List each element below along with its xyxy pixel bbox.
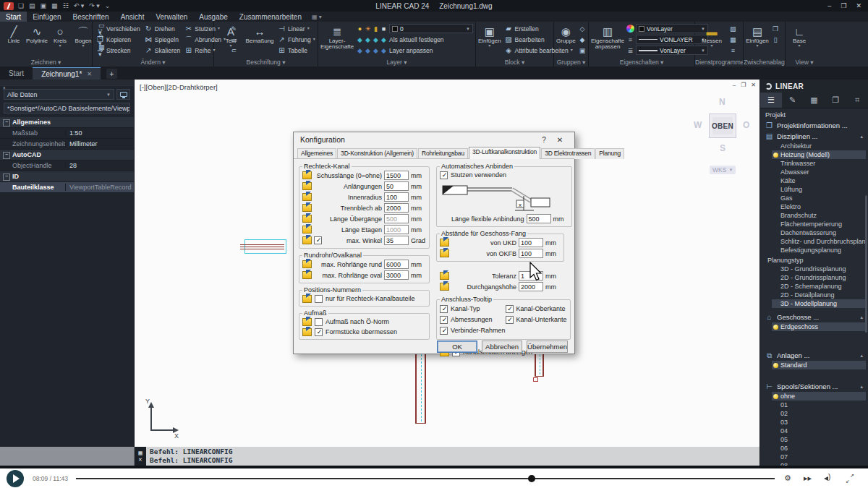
- ribbon-tab[interactable]: Zusammenarbeiten: [234, 12, 307, 22]
- viewcube-top-face[interactable]: OBEN: [709, 114, 736, 138]
- dialog-help-button[interactable]: ?: [536, 136, 552, 144]
- property-section-header[interactable]: Allgemeines: [0, 117, 134, 128]
- layer-tool-icon[interactable]: ◆: [364, 47, 372, 54]
- element-path-dropdown[interactable]: *Sonstige*/AutoCAD Basiselemente/Viewpor…: [4, 103, 130, 114]
- close-tab-icon[interactable]: ✕: [87, 71, 92, 77]
- layer-state-icon[interactable]: ▮: [372, 25, 380, 33]
- value-input[interactable]: 500: [384, 214, 409, 223]
- apply-button[interactable]: Übernehmen: [527, 341, 568, 353]
- layer-properties-button[interactable]: ≣Layer-Eigenschaften: [320, 23, 354, 58]
- discipline-item[interactable]: Abwasser: [772, 168, 866, 176]
- anlagen-header[interactable]: ⧉ Anlagen ... ▴: [760, 350, 868, 361]
- panel-tab-icon[interactable]: ✎: [782, 93, 804, 108]
- app-logo-icon[interactable]: [4, 2, 14, 10]
- ribbon-button[interactable]: ↻Drehen▾: [143, 23, 182, 34]
- match-layer-button[interactable]: Layer anpassen: [389, 47, 433, 54]
- checkbox[interactable]: [440, 305, 448, 313]
- ribbon-button[interactable]: ↔Verschieben▾: [95, 23, 142, 34]
- spools-header[interactable]: ⊢ Spools/Sektionen ... ▴: [760, 381, 868, 392]
- checkbox[interactable]: [315, 295, 323, 303]
- value-input[interactable]: 35: [384, 236, 409, 245]
- layer-tool-icon[interactable]: ◆: [364, 36, 372, 43]
- group-label-eigenschaften[interactable]: Eigenschaften ▾: [589, 59, 694, 67]
- property-section-header[interactable]: AutoCAD: [0, 150, 134, 160]
- duct-segment-vertical[interactable]: [415, 352, 426, 424]
- settings-gear-icon[interactable]: ⚙: [784, 474, 791, 483]
- layer-state-icon[interactable]: ☀: [364, 25, 372, 33]
- spool-item[interactable]: 04: [772, 427, 866, 435]
- ribbon-tab[interactable]: Beschriften: [67, 12, 115, 22]
- planning-type-item[interactable]: 3D - Modellplanung: [772, 299, 866, 308]
- value-input[interactable]: 100: [519, 249, 543, 258]
- doc-tab-zeichnung1[interactable]: Zeichnung1*✕: [33, 67, 101, 80]
- checkbox[interactable]: [315, 318, 323, 326]
- ribbon-tab-extra-icon[interactable]: ▦ ▾: [307, 12, 326, 22]
- disziplinen-header[interactable]: ▤ Disziplinen ... ▴: [760, 131, 868, 142]
- value-input[interactable]: 1: [519, 271, 543, 281]
- system-item[interactable]: Standard: [772, 361, 866, 369]
- planning-type-item[interactable]: 2D - Detailplanung: [772, 291, 866, 299]
- value-input[interactable]: 2000: [384, 203, 409, 213]
- ribbon-button[interactable]: ○Kreis▾: [48, 23, 72, 58]
- group-label-gruppen[interactable]: Gruppen ▾: [554, 59, 588, 67]
- ribbon-tab[interactable]: Start: [0, 12, 27, 22]
- qat-icon[interactable]: ▣: [41, 2, 47, 9]
- utility-icon[interactable]: ▧: [728, 23, 738, 34]
- layer-tool-icon[interactable]: ◆: [372, 47, 380, 54]
- layer-tool-icon[interactable]: ◆: [356, 36, 364, 43]
- value-input[interactable]: 100: [384, 192, 409, 202]
- planning-type-item[interactable]: 2D - Schemaplanung: [772, 282, 866, 291]
- spool-item[interactable]: ohne: [772, 392, 866, 401]
- maximize-button[interactable]: ❐: [841, 2, 846, 9]
- group-label-block[interactable]: Block ▾: [476, 59, 553, 67]
- ribbon-button[interactable]: ↗Skalieren▾: [143, 45, 182, 56]
- ribbon-tab[interactable]: Ausgabe: [193, 12, 233, 22]
- dialog-tab[interactable]: Allgemeines: [297, 148, 336, 159]
- group-label-beschriftung[interactable]: Beschriftung ▾: [214, 59, 318, 67]
- ribbon-tab[interactable]: Ansicht: [115, 12, 150, 22]
- data-filter-dropdown[interactable]: Alle Daten▼: [4, 89, 114, 100]
- qat-icon[interactable]: ▤: [29, 2, 35, 9]
- spool-item[interactable]: 07: [772, 453, 866, 461]
- layer-select[interactable]: 0▼: [389, 24, 473, 33]
- collapse-icon[interactable]: ▴: [860, 134, 863, 140]
- close-drawing-icon[interactable]: ✕: [751, 82, 756, 88]
- value-input[interactable]: 500: [527, 214, 551, 223]
- spool-item[interactable]: 02: [772, 409, 866, 418]
- checkbox[interactable]: [315, 328, 323, 336]
- discipline-item[interactable]: Trinkwasser: [772, 159, 866, 168]
- clipboard-tool-icon[interactable]: ▯: [771, 34, 780, 45]
- discipline-item[interactable]: Schlitz- und Durchbruchsplanung: [772, 237, 866, 246]
- group-label-view[interactable]: View ▾: [786, 59, 823, 67]
- value-input[interactable]: 6000: [384, 260, 409, 269]
- ribbon-button[interactable]: ⌒Bogen▾: [72, 23, 95, 58]
- viewcube-west[interactable]: W: [694, 120, 702, 130]
- ribbon-button[interactable]: ❐Kopieren▾: [95, 34, 142, 45]
- checkbox[interactable]: [506, 316, 514, 324]
- viewcube-north[interactable]: N: [719, 97, 726, 107]
- qat-icon[interactable]: ⌄: [105, 2, 111, 9]
- qat-icon[interactable]: ▦: [51, 2, 58, 9]
- discipline-item[interactable]: Dachentwässerung: [772, 228, 866, 237]
- ribbon-button[interactable]: ╱Linie▾: [2, 23, 25, 58]
- planning-type-item[interactable]: 3D - Grundrissplanung: [772, 265, 866, 273]
- collapse-icon[interactable]: ▴: [860, 384, 863, 390]
- set-current-layer-button[interactable]: Als aktuell festlegen: [389, 36, 444, 43]
- group-tool-icon[interactable]: ◆: [578, 34, 587, 45]
- qat-icon[interactable]: ❏: [18, 2, 24, 9]
- group-tool-icon[interactable]: ◇: [578, 23, 587, 34]
- group-label-zeichnen[interactable]: Zeichnen ▾: [0, 59, 92, 67]
- spool-item[interactable]: 06: [772, 444, 866, 453]
- dialog-tab[interactable]: Planung: [595, 148, 624, 159]
- base-view-button[interactable]: ∟Base▾: [788, 23, 811, 58]
- layer-tool-icon[interactable]: ◆: [356, 47, 364, 54]
- panel-tab-icon[interactable]: ▦: [804, 93, 825, 108]
- discipline-item[interactable]: Befestigungsplanung: [772, 246, 866, 254]
- wks-dropdown[interactable]: WKS▼: [710, 166, 736, 174]
- ribbon-button[interactable]: ⊣Linear▾: [276, 23, 317, 34]
- palette-grip[interactable]: [0, 80, 134, 86]
- checkbox[interactable]: [314, 236, 322, 244]
- discipline-item[interactable]: Lüftung: [772, 185, 866, 194]
- ribbon-button[interactable]: ∿Polylinie▾: [25, 23, 48, 58]
- spool-item[interactable]: 01: [772, 401, 866, 409]
